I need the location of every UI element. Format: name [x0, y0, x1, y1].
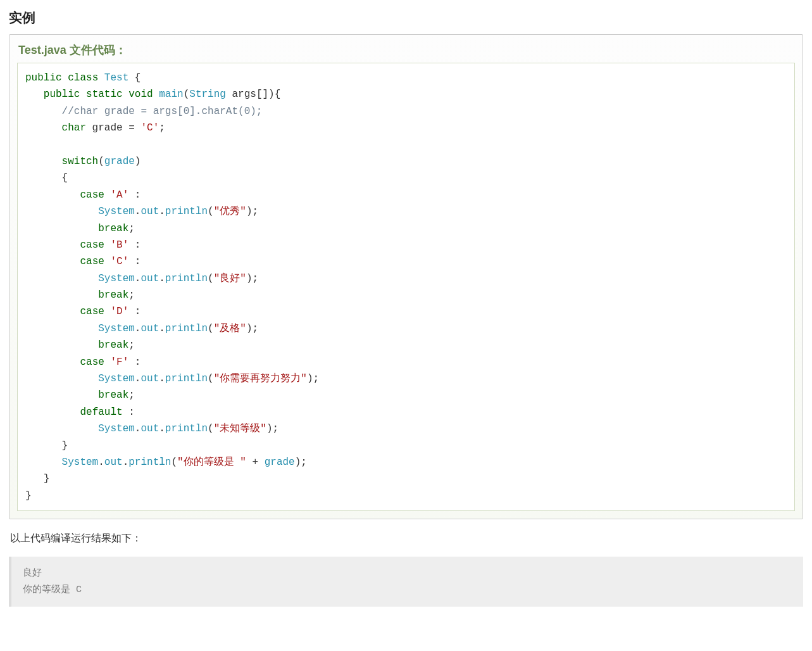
dot: . [159, 206, 165, 217]
keyword-break: break [98, 223, 128, 234]
field-out: out [141, 206, 159, 217]
keyword-class: class [68, 72, 98, 84]
paren: ( [208, 373, 214, 384]
semicolon: ; [128, 339, 135, 351]
colon: : [123, 407, 135, 418]
method-main: main [159, 89, 183, 100]
colon: : [128, 306, 141, 317]
keyword-break: break [98, 289, 128, 301]
brace: { [128, 72, 141, 84]
dot: . [135, 273, 141, 284]
brace: } [62, 440, 68, 452]
paren: ( [171, 457, 177, 468]
class-name: Test [104, 72, 128, 84]
semicolon: ; [128, 223, 135, 234]
output-block: 良好 你的等级是 C [9, 557, 803, 607]
method-println: println [165, 273, 208, 284]
paren: ) [135, 156, 141, 167]
paren: ( [208, 323, 214, 334]
section-title: 实例 [9, 9, 803, 27]
keyword-public: public [44, 89, 80, 100]
string-literal: "良好" [214, 273, 246, 284]
keyword-static: static [86, 89, 123, 100]
keyword-default: default [80, 407, 122, 418]
string-literal: "及格" [214, 323, 246, 334]
dot: . [123, 457, 129, 468]
string-literal: "你需要再努力努力" [214, 373, 307, 384]
keyword-case: case [80, 357, 104, 368]
dot: . [135, 373, 141, 384]
method-println: println [165, 423, 208, 434]
keyword-void: void [128, 89, 153, 100]
output-line: 良好 [23, 568, 42, 579]
plus: + [246, 457, 265, 468]
semicolon: ; [159, 122, 165, 134]
string-literal: "你的等级是 " [177, 457, 246, 468]
method-println: println [165, 206, 208, 217]
paren: ); [295, 457, 307, 468]
identifier: grade [104, 156, 135, 167]
type-string: String [189, 89, 226, 100]
char-literal: 'A' [110, 189, 128, 201]
keyword-case: case [80, 189, 104, 201]
dot: . [98, 457, 104, 468]
paren: ( [184, 89, 190, 100]
class-system: System [98, 206, 135, 217]
colon: : [128, 239, 141, 251]
paren: ( [208, 273, 214, 284]
method-println: println [165, 373, 208, 384]
example-box: Test.java 文件代码： public class Test { publ… [9, 34, 803, 519]
char-literal: 'F' [110, 357, 128, 368]
brace: } [44, 473, 50, 484]
var-decl: grade = [86, 122, 141, 134]
dot: . [135, 206, 141, 217]
semicolon: ; [128, 289, 135, 301]
brace: { [62, 172, 68, 184]
class-system: System [98, 323, 135, 334]
char-literal: 'C' [141, 122, 159, 134]
string-literal: "未知等级" [214, 423, 266, 434]
keyword-public: public [25, 72, 62, 84]
identifier: grade [265, 457, 295, 468]
colon: : [128, 256, 141, 267]
example-header: Test.java 文件代码： [17, 42, 795, 58]
keyword-case: case [80, 239, 104, 251]
colon: : [128, 189, 141, 201]
field-out: out [104, 457, 123, 468]
dot: . [159, 323, 165, 334]
dot: . [159, 423, 165, 434]
char-literal: 'C' [110, 256, 128, 267]
keyword-break: break [98, 389, 128, 401]
class-system: System [98, 273, 135, 284]
char-literal: 'B' [110, 239, 128, 251]
field-out: out [141, 323, 159, 334]
output-line: 你的等级是 C [23, 585, 82, 595]
paren: ); [246, 323, 258, 334]
paren: ( [98, 156, 104, 167]
semicolon: ; [128, 389, 135, 401]
keyword-break: break [98, 339, 128, 351]
dot: . [135, 323, 141, 334]
paren: ); [266, 423, 278, 434]
paren: ); [246, 273, 258, 284]
char-literal: 'D' [110, 306, 128, 317]
field-out: out [141, 423, 159, 434]
brace: } [25, 490, 32, 502]
class-system: System [98, 423, 135, 434]
paren: ( [208, 423, 214, 434]
dot: . [159, 273, 165, 284]
paren: ( [208, 206, 214, 217]
keyword-case: case [80, 256, 104, 267]
field-out: out [141, 373, 159, 384]
method-println: println [128, 457, 171, 468]
code-block: public class Test { public static void m… [17, 63, 795, 511]
args-decl: args[]){ [226, 89, 280, 100]
keyword-case: case [80, 306, 104, 317]
paren: ); [246, 206, 258, 217]
keyword-switch: switch [62, 156, 99, 167]
class-system: System [62, 457, 99, 468]
comment: //char grade = args[0].charAt(0); [62, 106, 263, 117]
result-label: 以上代码编译运行结果如下： [9, 532, 803, 545]
dot: . [159, 373, 165, 384]
paren: ); [307, 373, 319, 384]
